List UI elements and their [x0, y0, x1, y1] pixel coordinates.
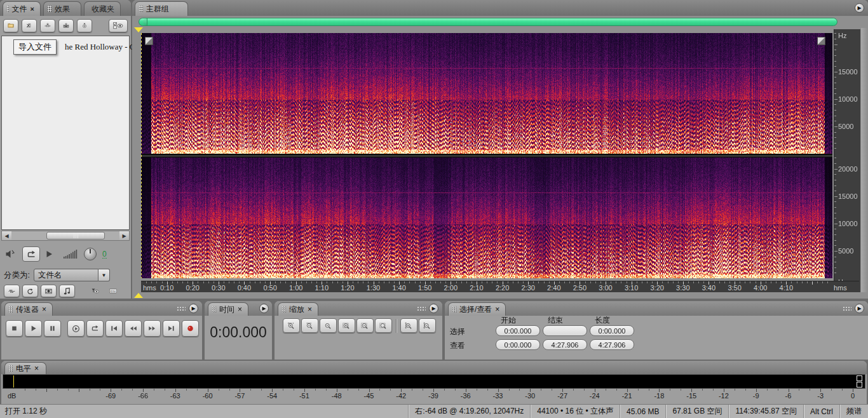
- audition-window: 文件×效果收藏夹 ▶ he Red Holloway - Cl 导入文件 ◀ ▶…: [0, 0, 868, 418]
- stop-button[interactable]: [6, 320, 23, 337]
- zoom-in-horizontal-button[interactable]: [283, 318, 300, 333]
- time-tick: [358, 281, 358, 283]
- tab-favorites[interactable]: 收藏夹: [84, 1, 121, 16]
- time-tick: [327, 281, 327, 283]
- zoom-to-selection-button[interactable]: [338, 318, 355, 333]
- time-tick-label: 1:20: [341, 284, 354, 292]
- time-tick: [745, 281, 745, 283]
- selection-length-field[interactable]: 4:27.906: [590, 339, 634, 350]
- scroll-left-icon[interactable]: ◀: [2, 231, 11, 240]
- fast-forward-button[interactable]: [144, 320, 161, 337]
- scroll-right-icon[interactable]: ▶: [119, 231, 129, 240]
- zoom-out-horizontal-button[interactable]: [301, 318, 318, 333]
- sort-dropdown-icon[interactable]: ▼: [98, 269, 110, 281]
- show-audio-files-button[interactable]: [4, 285, 20, 297]
- pause-button[interactable]: [44, 320, 61, 337]
- record-button[interactable]: [182, 320, 199, 337]
- tab-selection-view[interactable]: 选择/查看 ×: [448, 302, 506, 316]
- volume-bars-icon[interactable]: [64, 250, 78, 259]
- time-tick-label: 2:00: [444, 284, 458, 292]
- file-list-item[interactable]: he Red Holloway - Cl: [65, 42, 137, 52]
- close-icon[interactable]: ×: [495, 305, 499, 314]
- zoom-selection-left-button[interactable]: [356, 318, 374, 333]
- transport-flyout-menu-icon[interactable]: ▶: [189, 304, 198, 313]
- close-icon[interactable]: ×: [308, 305, 312, 314]
- full-paths-button[interactable]: C:\>: [105, 285, 121, 297]
- time-flyout-menu-icon[interactable]: ▶: [259, 304, 269, 313]
- time-title: 时间: [219, 304, 234, 315]
- time-ruler[interactable]: hmshms0:100:200:300:400:501:001:101:201:…: [141, 281, 859, 292]
- time-tick: [306, 281, 307, 283]
- filter-button[interactable]: [88, 285, 103, 297]
- spectrogram-canvas[interactable]: [141, 33, 832, 278]
- time-tick: [311, 281, 312, 283]
- db-tick-label: -9: [753, 392, 759, 400]
- time-tick: [662, 281, 663, 283]
- tab-transport[interactable]: 传送器 ×: [4, 302, 53, 316]
- auto-play-button[interactable]: [22, 285, 38, 297]
- selection-start-field[interactable]: 0:00.000: [496, 325, 540, 336]
- close-file-button[interactable]: [22, 19, 37, 32]
- tab-files[interactable]: 文件×: [3, 1, 41, 16]
- selection-end-field[interactable]: [543, 325, 587, 336]
- vertical-scroll-strip[interactable]: [861, 28, 868, 292]
- sort-select[interactable]: 文件名: [34, 269, 98, 281]
- mute-speaker-icon[interactable]: [5, 250, 17, 259]
- selection-length-field[interactable]: 0:00.000: [590, 325, 634, 336]
- close-icon[interactable]: ×: [238, 305, 242, 314]
- tab-main-group[interactable]: 主群组: [135, 1, 188, 16]
- files-horizontal-scrollbar[interactable]: ◀ ▶: [1, 231, 130, 241]
- time-tick: [827, 281, 828, 283]
- tab-effects[interactable]: 效果: [43, 1, 81, 16]
- show-midi-files-button[interactable]: [59, 285, 75, 297]
- time-tick: [440, 281, 441, 283]
- import-video-button[interactable]: [58, 19, 74, 32]
- selection-flyout-menu-icon[interactable]: ▶: [855, 304, 864, 313]
- zoom-out-vertical-button[interactable]: [419, 318, 436, 333]
- rewind-button[interactable]: [125, 320, 142, 337]
- import-file-button[interactable]: [3, 19, 18, 32]
- clip-indicator-right[interactable]: [857, 382, 862, 388]
- time-tick: [275, 281, 276, 283]
- frequency-ruler[interactable]: 150001000050002000015000100005000HzHz: [834, 29, 860, 292]
- playhead-marker-top[interactable]: [134, 27, 143, 32]
- corner-handle-left-icon[interactable]: [145, 37, 153, 45]
- horizontal-range-scrollbar[interactable]: [139, 18, 837, 26]
- tab-time[interactable]: 时间 ×: [208, 302, 248, 316]
- close-icon[interactable]: ×: [42, 305, 46, 314]
- close-icon[interactable]: ×: [34, 364, 39, 373]
- zoom-in-vertical-button[interactable]: [400, 318, 417, 333]
- file-list[interactable]: he Red Holloway - Cl 导入文件: [1, 36, 130, 230]
- selection-start-field[interactable]: 0:00.000: [496, 339, 540, 350]
- scrollbar-track[interactable]: [11, 231, 119, 240]
- file-play-icon[interactable]: [46, 250, 53, 258]
- time-tick: [822, 281, 823, 283]
- file-loop-play-button[interactable]: [22, 246, 40, 262]
- loop-play-button[interactable]: [86, 320, 104, 337]
- extract-cd-button[interactable]: [77, 19, 92, 32]
- zoom-flyout-menu-icon[interactable]: ▶: [429, 304, 438, 313]
- display-options-button[interactable]: [109, 19, 128, 32]
- db-tick: [348, 389, 348, 391]
- time-tick: [239, 281, 240, 283]
- zoom-selection-right-button[interactable]: [375, 318, 392, 333]
- scrollbar-thumb[interactable]: [46, 232, 105, 239]
- range-left-handle[interactable]: [143, 18, 147, 25]
- playhead-marker-bottom[interactable]: [134, 293, 143, 298]
- tab-zoom[interactable]: 缩放 ×: [278, 302, 318, 316]
- clip-indicator-left[interactable]: [857, 375, 862, 381]
- main-flyout-menu-icon[interactable]: ▶: [855, 3, 864, 13]
- volume-knob[interactable]: [84, 248, 97, 260]
- play-button[interactable]: [25, 320, 42, 337]
- zoom-out-full-button[interactable]: [320, 318, 337, 333]
- show-video-files-button[interactable]: [41, 285, 57, 297]
- close-icon[interactable]: ×: [31, 5, 34, 13]
- go-to-beginning-button[interactable]: [105, 320, 123, 337]
- tab-levels[interactable]: 电平 ×: [4, 362, 46, 374]
- go-to-end-button[interactable]: [163, 320, 180, 337]
- import-audio-button[interactable]: [40, 19, 55, 32]
- corner-handle-right-icon[interactable]: [817, 37, 825, 45]
- selection-end-field[interactable]: 4:27.906: [543, 339, 587, 350]
- volume-value[interactable]: 0: [102, 250, 107, 259]
- play-from-cursor-button[interactable]: [67, 320, 85, 337]
